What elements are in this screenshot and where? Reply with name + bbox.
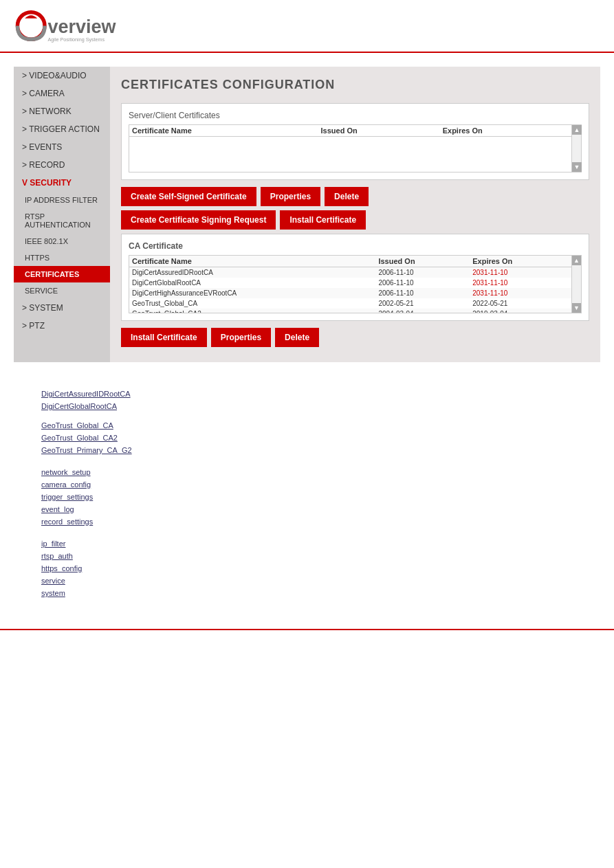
ca-cert-expires: 2019-03-04	[470, 309, 571, 313]
ca-table-row[interactable]: GeoTrust_Global_CA2002-05-212022-05-21	[129, 298, 571, 309]
sidebar: > VIDEO&AUDIO > CAMERA > NETWORK > TRIGG…	[14, 67, 110, 362]
link-geotrust-global2[interactable]: GeoTrust_Global_CA2	[41, 434, 573, 442]
ca-cert-name: GeoTrust_Global_CA2	[129, 309, 375, 313]
server-client-cert-title: Server/Client Certificates	[129, 111, 582, 120]
link-geotrust-primary[interactable]: GeoTrust_Primary_CA_G2	[41, 446, 573, 454]
ca-cert-issued: 2006-11-10	[375, 278, 470, 288]
link-group-4: ip_filter rtsp_auth https_config service…	[41, 539, 573, 597]
svg-text:Agile Positioning Systems: Agile Positioning Systems	[48, 36, 105, 43]
sidebar-item-camera[interactable]: > CAMERA	[14, 85, 110, 102]
ca-cert-expires: 2031-11-10	[470, 288, 571, 298]
cert-buttons-row1: Create Self-Signed Certificate Propertie…	[121, 187, 589, 206]
link-system[interactable]: system	[41, 589, 573, 597]
create-self-signed-button[interactable]: Create Self-Signed Certificate	[121, 187, 256, 206]
ca-cert-table: Certificate Name Issued On Expires On Di…	[129, 256, 571, 313]
header: verview Agile Positioning Systems	[0, 0, 614, 53]
ca-cert-expires: 2031-11-10	[470, 267, 571, 278]
ca-col-name: Certificate Name	[129, 256, 375, 267]
sidebar-item-video-audio[interactable]: > VIDEO&AUDIO	[14, 67, 110, 85]
logo: verview Agile Positioning Systems	[14, 7, 138, 45]
sidebar-item-events[interactable]: > EVENTS	[14, 138, 110, 156]
ca-table-row[interactable]: DigiCertGlobalRootCA2006-11-102031-11-10	[129, 278, 571, 288]
properties-button-ca[interactable]: Properties	[211, 328, 271, 347]
ca-cert-name: DigiCertAssuredIDRootCA	[129, 267, 375, 278]
sidebar-item-network[interactable]: > NETWORK	[14, 102, 110, 120]
link-network[interactable]: network_setup	[41, 468, 573, 476]
sidebar-item-service[interactable]: SERVICE	[14, 282, 110, 299]
content-area: CERTIFICATES CONFIGURATION Server/Client…	[110, 67, 600, 362]
create-signing-request-button[interactable]: Create Certificate Signing Request	[121, 210, 276, 230]
link-group-2: GeoTrust_Global_CA GeoTrust_Global_CA2 G…	[41, 421, 573, 454]
ca-table-row[interactable]: GeoTrust_Global_CA22004-03-042019-03-04	[129, 309, 571, 313]
link-camera[interactable]: camera_config	[41, 480, 573, 489]
svg-text:verview: verview	[48, 16, 117, 37]
ca-buttons-row: Install Certificate Properties Delete	[121, 328, 589, 347]
scroll-down-ca[interactable]: ▼	[572, 303, 581, 313]
ca-cert-issued: 2004-03-04	[375, 309, 470, 313]
link-record[interactable]: record_settings	[41, 518, 573, 526]
footer	[0, 629, 614, 632]
cert-buttons-row2: Create Certificate Signing Request Insta…	[121, 210, 589, 230]
ca-cert-name: DigiCertGlobalRootCA	[129, 278, 375, 288]
ca-cert-issued: 2002-05-21	[375, 298, 470, 309]
sidebar-item-ieee-802[interactable]: IEEE 802.1X	[14, 233, 110, 249]
install-cert-button-1[interactable]: Install Certificate	[280, 210, 366, 230]
link-trigger[interactable]: trigger_settings	[41, 493, 573, 501]
ca-cert-issued: 2006-11-10	[375, 288, 470, 298]
sidebar-item-security[interactable]: V SECURITY	[14, 174, 110, 192]
ca-table-row[interactable]: DigiCertAssuredIDRootCA2006-11-102031-11…	[129, 267, 571, 278]
ca-cert-expires: 2022-05-21	[470, 298, 571, 309]
sidebar-item-rtsp-auth[interactable]: RTSP AUTHENTICATION	[14, 208, 110, 233]
link-group-1: DigiCertAssuredIDRootCA DigiCertGlobalRo…	[41, 390, 573, 410]
ca-cert-title: CA Certificate	[129, 241, 582, 251]
link-event[interactable]: event_log	[41, 505, 573, 513]
sidebar-item-ptz[interactable]: > PTZ	[14, 317, 110, 335]
scroll-up-server[interactable]: ▲	[572, 125, 582, 135]
sidebar-item-ip-address-filter[interactable]: IP ADDRESS FILTER	[14, 192, 110, 208]
delete-button-1[interactable]: Delete	[325, 187, 369, 206]
sidebar-item-record[interactable]: > RECORD	[14, 156, 110, 174]
link-group-3: network_setup camera_config trigger_sett…	[41, 468, 573, 526]
col-cert-name: Certificate Name	[129, 125, 318, 137]
col-expires-on: Expires On	[440, 125, 571, 137]
link-rtsp[interactable]: rtsp_auth	[41, 552, 573, 560]
ca-table-row[interactable]: DigiCertHighAssuranceEVRootCA2006-11-102…	[129, 288, 571, 298]
ca-col-issued: Issued On	[375, 256, 470, 267]
sidebar-item-certificates[interactable]: CERTIFICATES	[14, 266, 110, 282]
ca-cert-panel: CA Certificate Certificate Name Issued O…	[121, 234, 589, 321]
link-digicert-assured[interactable]: DigiCertAssuredIDRootCA	[41, 390, 573, 398]
server-client-cert-panel: Server/Client Certificates Certificate N…	[121, 103, 589, 180]
link-geotrust-global[interactable]: GeoTrust_Global_CA	[41, 421, 573, 430]
link-ip-filter[interactable]: ip_filter	[41, 539, 573, 548]
scroll-up-ca[interactable]: ▲	[572, 256, 581, 265]
scroll-down-server[interactable]: ▼	[572, 162, 582, 172]
delete-button-ca[interactable]: Delete	[275, 328, 319, 347]
properties-button-1[interactable]: Properties	[261, 187, 320, 206]
logo-svg: verview Agile Positioning Systems	[14, 7, 138, 45]
link-service[interactable]: service	[41, 577, 573, 585]
ca-col-expires: Expires On	[470, 256, 571, 267]
sidebar-item-https[interactable]: HTTPS	[14, 249, 110, 266]
bottom-links-area: DigiCertAssuredIDRootCA DigiCertGlobalRo…	[0, 383, 614, 615]
sidebar-item-system[interactable]: > SYSTEM	[14, 299, 110, 317]
ca-cert-expires: 2031-11-10	[470, 278, 571, 288]
install-cert-button-ca[interactable]: Install Certificate	[121, 328, 207, 347]
col-issued-on: Issued On	[318, 125, 440, 137]
link-https[interactable]: https_config	[41, 564, 573, 572]
page-title: CERTIFICATES CONFIGURATION	[121, 78, 589, 92]
sidebar-item-trigger-action[interactable]: > TRIGGER ACTION	[14, 120, 110, 138]
server-client-cert-table: Certificate Name Issued On Expires On	[129, 125, 571, 137]
ca-cert-name: GeoTrust_Global_CA	[129, 298, 375, 309]
link-digicert-global[interactable]: DigiCertGlobalRootCA	[41, 402, 573, 410]
ca-cert-name: DigiCertHighAssuranceEVRootCA	[129, 288, 375, 298]
ca-cert-issued: 2006-11-10	[375, 267, 470, 278]
main-layout: > VIDEO&AUDIO > CAMERA > NETWORK > TRIGG…	[0, 53, 614, 376]
